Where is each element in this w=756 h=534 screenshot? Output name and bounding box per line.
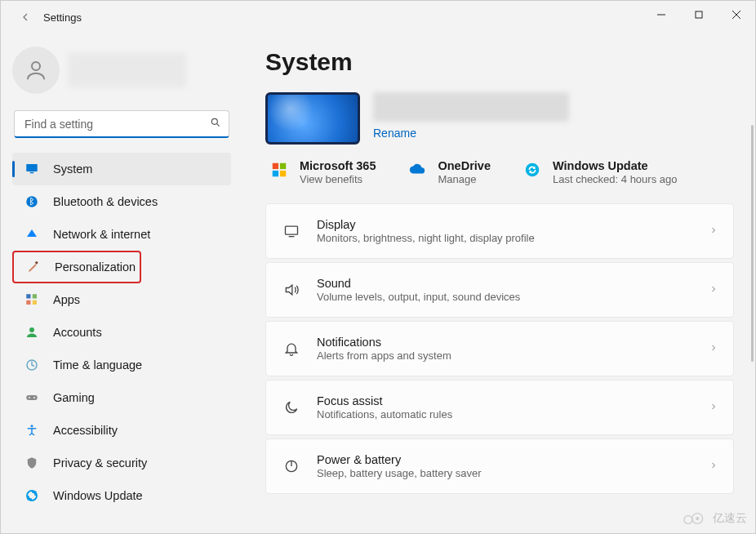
sidebar-item-label: Network & internet [53,228,150,241]
back-button[interactable] [16,7,35,27]
card-title: Display [317,218,709,231]
sidebar-item-label: System [53,162,92,176]
svg-point-20 [31,425,33,427]
accessibility-icon [24,422,40,438]
minimize-button[interactable] [643,1,680,29]
svg-point-15 [29,327,34,332]
card-sound[interactable]: Sound Volume levels, output, input, soun… [265,262,734,318]
svg-rect-7 [26,164,38,171]
update-icon [24,487,40,504]
svg-rect-17 [26,395,38,400]
card-title: Focus assist [317,394,709,407]
svg-point-4 [32,62,40,70]
user-account-row[interactable] [12,42,231,105]
card-display[interactable]: Display Monitors, brightness, night ligh… [265,203,734,259]
sidebar-item-label: Gaming [53,391,95,404]
sidebar-item-personalization[interactable]: Personalization [12,251,141,283]
card-subtitle: Volume levels, output, input, sound devi… [317,291,709,303]
wifi-icon [24,226,40,243]
service-subtitle: Manage [438,173,490,185]
card-subtitle: Alerts from apps and system [317,349,709,362]
svg-rect-12 [33,294,37,298]
globe-clock-icon [24,357,40,373]
sidebar-item-time-language[interactable]: Time & language [12,349,231,381]
sidebar-item-label: Windows Update [53,489,143,502]
sound-icon [278,282,305,298]
sidebar-item-label: Apps [53,293,80,306]
sidebar-item-label: Bluetooth & devices [53,195,158,208]
cloud-icon [408,161,426,179]
sidebar-item-apps[interactable]: Apps [12,283,231,316]
card-notifications[interactable]: Notifications Alerts from apps and syste… [265,321,734,376]
svg-point-19 [33,397,35,398]
card-title: Sound [317,277,709,290]
svg-point-5 [211,118,217,124]
scrollbar[interactable] [751,125,754,362]
ms365-icon [270,161,288,179]
sidebar-item-label: Privacy & security [53,456,147,469]
svg-rect-25 [280,171,286,176]
chevron-right-icon [709,283,718,297]
sidebar-item-label: Personalization [55,260,136,274]
service-subtitle: Last checked: 4 hours ago [553,173,678,185]
window-title: Settings [43,11,82,24]
brush-icon [25,259,42,275]
svg-point-18 [29,397,30,398]
monitor-outline-icon [278,223,305,239]
card-power-battery[interactable]: Power & battery Sleep, battery usage, ba… [265,438,734,494]
user-name-redacted [68,53,186,87]
svg-rect-22 [273,163,278,169]
person-icon [24,324,40,340]
svg-rect-14 [33,300,37,305]
card-title: Power & battery [317,453,709,466]
sidebar-item-gaming[interactable]: Gaming [12,381,231,414]
update-icon [523,161,541,179]
card-subtitle: Sleep, battery usage, battery saver [317,467,709,479]
svg-rect-8 [30,172,34,174]
sidebar-item-network[interactable]: Network & internet [12,218,231,251]
sidebar-item-accounts[interactable]: Accounts [12,316,231,349]
monitor-icon [24,161,40,177]
svg-line-6 [216,123,219,126]
card-subtitle: Notifications, automatic rules [317,408,709,421]
sidebar-item-bluetooth[interactable]: Bluetooth & devices [12,185,231,218]
sidebar-item-system[interactable]: System [12,153,231,185]
bluetooth-icon [24,194,40,210]
chevron-right-icon [709,400,718,415]
svg-rect-1 [696,11,702,18]
service-onedrive[interactable]: OneDrive Manage [408,159,490,185]
power-icon [278,458,305,474]
search-icon [210,117,221,131]
search-input[interactable] [14,110,229,138]
card-subtitle: Monitors, brightness, night light, displ… [317,232,709,244]
service-windows-update[interactable]: Windows Update Last checked: 4 hours ago [523,159,678,185]
sidebar-item-label: Time & language [53,358,142,372]
sidebar-item-windows-update[interactable]: Windows Update [12,479,231,512]
svg-rect-13 [26,300,30,305]
svg-rect-27 [286,226,298,234]
svg-point-33 [696,517,699,520]
watermark: 亿速云 [680,510,747,527]
svg-rect-24 [273,171,278,176]
sidebar-item-label: Accounts [53,326,102,339]
avatar [12,47,60,94]
sidebar-item-accessibility[interactable]: Accessibility [12,414,231,447]
rename-link[interactable]: Rename [373,127,569,140]
sidebar-item-label: Accessibility [53,424,118,437]
svg-point-26 [526,163,540,177]
sidebar-item-privacy[interactable]: Privacy & security [12,447,231,479]
service-subtitle: View benefits [300,173,376,185]
maximize-button[interactable] [680,1,718,29]
bell-icon [278,340,305,357]
device-thumbnail[interactable] [265,92,360,145]
svg-point-9 [26,196,38,207]
chevron-right-icon [709,341,718,356]
service-title: Windows Update [553,159,678,172]
chevron-right-icon [709,224,718,238]
card-title: Notifications [317,336,709,349]
service-microsoft365[interactable]: Microsoft 365 View benefits [270,159,376,185]
svg-rect-11 [26,294,30,298]
service-title: Microsoft 365 [300,159,376,172]
close-button[interactable] [718,1,755,29]
card-focus-assist[interactable]: Focus assist Notifications, automatic ru… [265,380,734,435]
